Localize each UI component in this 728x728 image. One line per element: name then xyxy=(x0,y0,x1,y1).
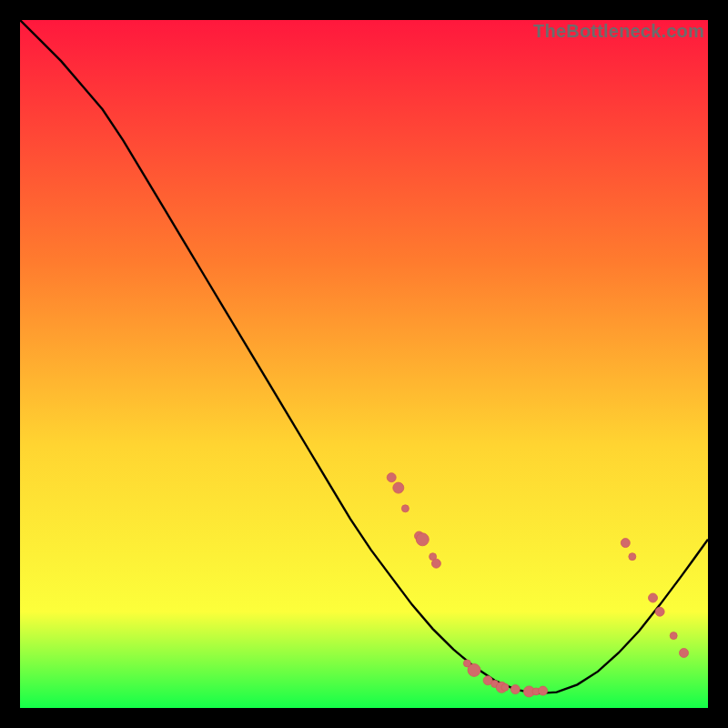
data-marker xyxy=(670,632,677,640)
data-marker xyxy=(680,649,689,658)
data-marker xyxy=(431,559,440,568)
chart-frame: TheBottleneck.com xyxy=(20,20,708,708)
data-marker xyxy=(416,533,429,546)
bottleneck-chart xyxy=(20,20,708,708)
data-marker xyxy=(387,473,396,482)
data-marker xyxy=(393,482,404,493)
data-marker xyxy=(655,607,664,616)
gradient-background xyxy=(20,20,708,708)
data-marker xyxy=(401,505,409,512)
data-marker xyxy=(649,593,658,602)
data-marker xyxy=(511,685,520,694)
data-marker xyxy=(629,553,636,561)
data-marker xyxy=(501,683,509,691)
data-marker xyxy=(539,686,548,695)
data-marker xyxy=(621,539,630,548)
data-marker xyxy=(468,663,480,676)
